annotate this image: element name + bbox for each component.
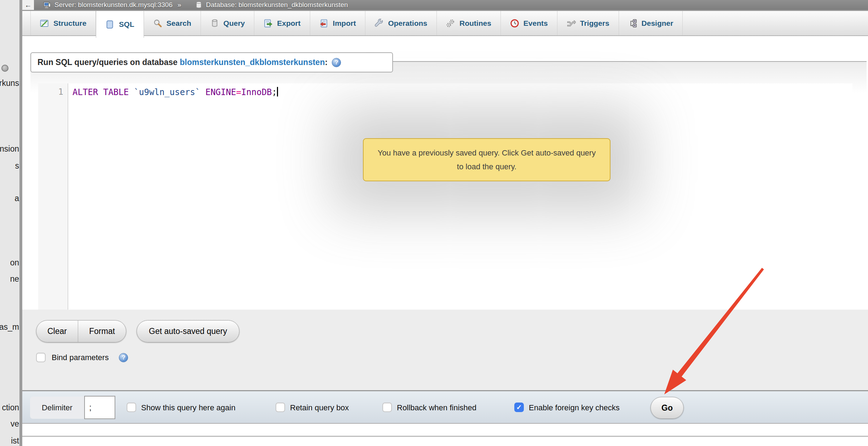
sidebar-tree-item[interactable]: on	[10, 258, 19, 268]
structure-icon	[40, 19, 49, 28]
operations-icon	[375, 19, 384, 28]
tab-query[interactable]: Query	[201, 11, 255, 35]
sidebar-tree-item[interactable]: ction	[2, 403, 19, 412]
format-button[interactable]: Format	[78, 321, 126, 342]
sidebar-tree-item[interactable]: ve	[11, 419, 19, 429]
server-breadcrumb-bar: ← Server: blomsterkunsten.dk.mysql:3306 …	[22, 0, 868, 10]
tab-label: Operations	[388, 19, 427, 28]
clear-button[interactable]: Clear	[36, 321, 78, 342]
bind-parameters-row: Bind parameters ?	[36, 353, 128, 362]
server-breadcrumb[interactable]: Server: blomsterkunsten.dk.mysql:3306	[54, 1, 173, 9]
delimiter-input[interactable]	[84, 396, 115, 419]
sidebar-tree-item[interactable]: ne	[10, 274, 19, 284]
sql-code-line[interactable]: ALTER TABLE `u9wln_users` ENGINE=InnoDB;	[73, 87, 278, 97]
phpmyadmin-sql-page: rkuns nsion s a on ne as_m ction ve ist …	[0, 0, 868, 446]
tab-operations[interactable]: Operations	[365, 11, 437, 35]
tab-export[interactable]: Export	[254, 11, 310, 35]
legend-text: Run SQL query/queries on database blomst…	[37, 58, 328, 67]
sidebar-tree-item[interactable]: rkuns	[0, 78, 19, 88]
sidebar-tree-item[interactable]: s	[15, 161, 19, 171]
routines-icon	[446, 19, 455, 28]
editor-buttons-row: Clear Format Get auto-saved query	[36, 320, 239, 342]
bind-parameters-checkbox[interactable]	[36, 353, 46, 362]
sidebar-tree-item[interactable]: ist	[11, 436, 19, 446]
tab-label: Export	[277, 19, 301, 28]
help-icon[interactable]: ?	[119, 353, 128, 362]
line-number: 1	[58, 87, 63, 97]
option-label[interactable]: Enable foreign key checks	[529, 403, 620, 412]
bind-parameters-label[interactable]: Bind parameters	[52, 353, 109, 362]
tab-label: Designer	[642, 19, 673, 28]
retain-query-box-checkbox[interactable]	[276, 403, 285, 412]
server-icon	[43, 1, 51, 9]
delimiter-label: Delimiter	[30, 397, 84, 419]
tab-triggers[interactable]: Triggers	[557, 11, 619, 35]
sql-icon	[105, 20, 115, 29]
tab-label: Search	[167, 19, 191, 28]
tab-events[interactable]: Events	[501, 11, 557, 35]
import-icon	[319, 19, 329, 28]
tab-sql[interactable]: SQL	[96, 11, 144, 38]
search-icon	[153, 19, 162, 28]
foreign-key-checks-checkbox[interactable]: ✓	[514, 403, 524, 412]
back-button[interactable]: ←	[22, 0, 34, 10]
annotation-arrow	[654, 262, 775, 403]
show-query-again-option: Show this query here again	[127, 403, 236, 412]
query-icon	[210, 19, 219, 28]
foreign-key-checks-option: ✓ Enable foreign key checks	[514, 403, 620, 412]
text-cursor	[277, 87, 278, 96]
tab-label: Events	[523, 19, 548, 28]
editor-gutter: 1	[38, 83, 68, 310]
triggers-icon	[567, 19, 576, 28]
database-tabs: Structure SQL Search Query Export Import…	[22, 10, 868, 36]
sidebar-resize-handle[interactable]	[19, 0, 22, 446]
clear-format-button-group: Clear Format	[36, 320, 126, 342]
query-legend: Run SQL query/queries on database blomst…	[30, 52, 393, 72]
sidebar-tree-item[interactable]: nsion	[0, 144, 19, 154]
breadcrumb-separator: »	[178, 1, 181, 9]
navigation-sidebar: rkuns nsion s a on ne as_m ction ve ist	[0, 0, 19, 446]
database-name-link[interactable]: blomsterkunsten_dkblomsterkunsten	[180, 58, 325, 67]
option-label[interactable]: Show this query here again	[141, 403, 236, 412]
tab-designer[interactable]: Designer	[619, 11, 683, 35]
autosave-notice: You have a previously saved query. Click…	[363, 138, 611, 181]
gear-icon	[1, 65, 8, 72]
database-breadcrumb[interactable]: Database: blomsterkunsten_dkblomsterkuns…	[206, 1, 348, 9]
events-icon	[510, 19, 519, 28]
database-icon	[195, 1, 202, 9]
show-query-again-checkbox[interactable]	[127, 403, 136, 412]
tab-label: Structure	[53, 19, 86, 28]
sidebar-tree-item[interactable]: a	[15, 194, 19, 203]
tab-structure[interactable]: Structure	[30, 11, 96, 35]
section-divider	[22, 436, 868, 437]
tab-import[interactable]: Import	[310, 11, 365, 35]
export-icon	[264, 19, 273, 28]
designer-icon	[628, 19, 637, 28]
help-icon[interactable]: ?	[332, 58, 341, 67]
rollback-checkbox[interactable]	[382, 403, 392, 412]
retain-query-box-option: Retain query box	[276, 403, 349, 412]
tab-routines[interactable]: Routines	[437, 11, 501, 35]
sidebar-tree-item[interactable]: as_m	[0, 322, 19, 332]
tab-label: Import	[333, 19, 356, 28]
tab-search[interactable]: Search	[144, 11, 201, 35]
get-autosaved-query-button[interactable]: Get auto-saved query	[137, 320, 239, 342]
tab-label: SQL	[119, 20, 134, 29]
tab-label: Triggers	[580, 19, 609, 28]
option-label[interactable]: Retain query box	[290, 403, 349, 412]
option-label[interactable]: Rollback when finished	[397, 403, 476, 412]
tab-label: Query	[224, 19, 245, 28]
tab-label: Routines	[459, 19, 491, 28]
rollback-option: Rollback when finished	[382, 403, 476, 412]
